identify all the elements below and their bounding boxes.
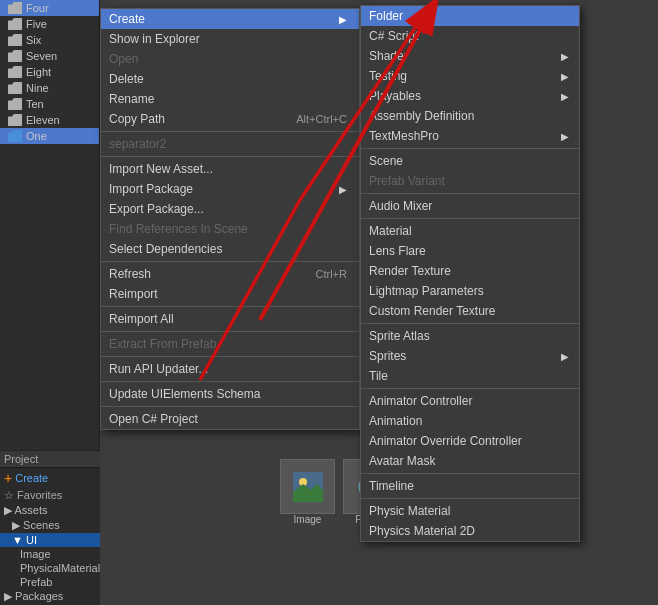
submenu-physics-material-2d-label: Physics Material 2D	[369, 524, 475, 538]
submenu-shader[interactable]: Shader ▶	[361, 46, 579, 66]
folder-icon-blue	[8, 130, 22, 142]
submenu-playables[interactable]: Playables ▶	[361, 86, 579, 106]
submenu-sprites[interactable]: Sprites ▶	[361, 346, 579, 366]
menu-run-api-updater[interactable]: Run API Updater...	[101, 359, 359, 379]
menu-select-dependencies-label: Select Dependencies	[109, 242, 222, 256]
folder-icon	[8, 18, 22, 30]
separator-1	[101, 131, 359, 132]
menu-show-explorer[interactable]: Show in Explorer	[101, 29, 359, 49]
submenu-sep-6	[361, 473, 579, 474]
packages-item[interactable]: ▶ Packages	[0, 589, 100, 604]
menu-open-csharp-project[interactable]: Open C# Project	[101, 409, 359, 429]
image-file-item[interactable]: Image	[280, 459, 335, 525]
sidebar-item-nine[interactable]: Nine	[0, 80, 99, 96]
submenu-lens-flare-label: Lens Flare	[369, 244, 426, 258]
menu-extract-prefab: Extract From Prefab	[101, 334, 359, 354]
submenu-render-texture[interactable]: Render Texture	[361, 261, 579, 281]
menu-open-csharp-project-label: Open C# Project	[109, 412, 198, 426]
sidebar-item-seven[interactable]: Seven	[0, 48, 99, 64]
submenu-tile[interactable]: Tile	[361, 366, 579, 386]
sidebar-item-four[interactable]: Four	[0, 0, 99, 16]
menu-delete[interactable]: Delete	[101, 69, 359, 89]
menu-import-package[interactable]: Import Package ▶	[101, 179, 359, 199]
menu-export-package[interactable]: Export Package...	[101, 199, 359, 219]
menu-refresh[interactable]: Refresh Ctrl+R	[101, 264, 359, 284]
submenu-physic-material[interactable]: Physic Material	[361, 501, 579, 521]
menu-update-uielements[interactable]: Update UIElements Schema	[101, 384, 359, 404]
sidebar-item-five[interactable]: Five	[0, 16, 99, 32]
folder-icon	[8, 2, 22, 14]
menu-import-new-asset-label: Import New Asset...	[109, 162, 213, 176]
sidebar-item-eight[interactable]: Eight	[0, 64, 99, 80]
menu-open-scene-additive: separator2	[101, 134, 359, 154]
sidebar-item-label: Eight	[26, 66, 51, 78]
favorites-item[interactable]: ☆ Favorites	[0, 488, 100, 503]
submenu-avatar-mask[interactable]: Avatar Mask	[361, 451, 579, 471]
sidebar-item-ten[interactable]: Ten	[0, 96, 99, 112]
project-panel-header: Project	[0, 451, 100, 468]
ui-item-selected[interactable]: ▼ UI	[0, 533, 100, 547]
menu-create[interactable]: Create ▶	[101, 9, 359, 29]
prefab-item[interactable]: Prefab	[0, 575, 100, 589]
separator-3	[101, 261, 359, 262]
menu-import-package-label: Import Package	[109, 182, 193, 196]
menu-reimport-all[interactable]: Reimport All	[101, 309, 359, 329]
menu-rename[interactable]: Rename	[101, 89, 359, 109]
menu-rename-label: Rename	[109, 92, 154, 106]
folder-icon	[8, 98, 22, 110]
submenu-physics-material-2d[interactable]: Physics Material 2D	[361, 521, 579, 541]
submenu-shader-label: Shader	[369, 49, 408, 63]
sidebar-item-one[interactable]: One	[0, 128, 99, 144]
assets-item[interactable]: ▶ Assets	[0, 503, 100, 518]
physicalmaterial-item[interactable]: PhysicalMaterial	[0, 561, 100, 575]
submenu-animator-controller[interactable]: Animator Controller	[361, 391, 579, 411]
submenu-csharp-script[interactable]: C# Script	[361, 26, 579, 46]
submenu-testing[interactable]: Testing ▶	[361, 66, 579, 86]
submenu-timeline-label: Timeline	[369, 479, 414, 493]
submenu-sep-3	[361, 218, 579, 219]
menu-open-scene-additive-label: separator2	[109, 137, 166, 151]
submenu-custom-render-texture[interactable]: Custom Render Texture	[361, 301, 579, 321]
menu-import-new-asset[interactable]: Import New Asset...	[101, 159, 359, 179]
project-panel: Project + Create ☆ Favorites ▶ Assets ▶ …	[0, 450, 100, 605]
scenes-item[interactable]: ▶ Scenes	[0, 518, 100, 533]
separator-5	[101, 331, 359, 332]
submenu-folder-label: Folder	[369, 9, 403, 23]
menu-export-package-label: Export Package...	[109, 202, 204, 216]
sidebar-item-eleven[interactable]: Eleven	[0, 112, 99, 128]
menu-copy-path[interactable]: Copy Path Alt+Ctrl+C	[101, 109, 359, 129]
sidebar-item-label: One	[26, 130, 47, 142]
sidebar-item-label: Five	[26, 18, 47, 30]
submenu-scene[interactable]: Scene	[361, 151, 579, 171]
menu-open: Open	[101, 49, 359, 69]
sidebar-item-six[interactable]: Six	[0, 32, 99, 48]
menu-create-label: Create	[109, 12, 145, 26]
create-button[interactable]: + Create	[0, 468, 100, 488]
refresh-shortcut: Ctrl+R	[316, 268, 347, 280]
submenu-lens-flare[interactable]: Lens Flare	[361, 241, 579, 261]
submenu-animation[interactable]: Animation	[361, 411, 579, 431]
menu-reimport[interactable]: Reimport	[101, 284, 359, 304]
submenu-animator-override-controller-label: Animator Override Controller	[369, 434, 522, 448]
submenu-sprite-atlas-label: Sprite Atlas	[369, 329, 430, 343]
sidebar-item-label: Four	[26, 2, 49, 14]
menu-select-dependencies[interactable]: Select Dependencies	[101, 239, 359, 259]
submenu-assembly-definition[interactable]: Assembly Definition	[361, 106, 579, 126]
submenu-audio-mixer[interactable]: Audio Mixer	[361, 196, 579, 216]
project-label: Project	[4, 453, 38, 465]
image-item[interactable]: Image	[0, 547, 100, 561]
submenu-textmeshpro[interactable]: TextMeshPro ▶	[361, 126, 579, 146]
submenu-sprite-atlas[interactable]: Sprite Atlas	[361, 326, 579, 346]
create-label: Create	[15, 472, 48, 484]
submenu-sprites-label: Sprites	[369, 349, 406, 363]
submenu-create: Folder C# Script Shader ▶ Testing ▶ Play…	[360, 5, 580, 542]
context-menu-primary: Create ▶ Show in Explorer Open Delete Re…	[100, 8, 360, 430]
menu-run-api-updater-label: Run API Updater...	[109, 362, 208, 376]
submenu-sep-4	[361, 323, 579, 324]
submenu-lightmap-parameters[interactable]: Lightmap Parameters	[361, 281, 579, 301]
submenu-material[interactable]: Material	[361, 221, 579, 241]
submenu-timeline[interactable]: Timeline	[361, 476, 579, 496]
submenu-animator-override-controller[interactable]: Animator Override Controller	[361, 431, 579, 451]
submenu-physic-material-label: Physic Material	[369, 504, 450, 518]
submenu-folder[interactable]: Folder	[361, 6, 579, 26]
